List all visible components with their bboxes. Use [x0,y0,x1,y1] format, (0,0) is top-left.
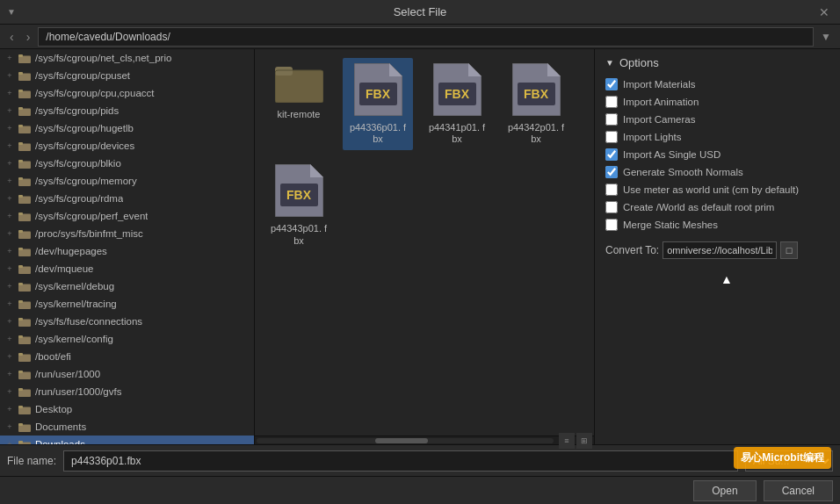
svg-rect-21 [18,230,23,233]
sidebar-item-label: Documents [35,421,86,432]
sidebar-item[interactable]: + /sys/fs/cgroup/devices [0,137,254,155]
options-list: Import MaterialsImport AnimationImport C… [605,78,829,231]
option-row-import_as_single_usd: Import As Single USD [605,148,829,161]
back-button[interactable]: ‹ [5,28,18,46]
sidebar-item[interactable]: + /sys/fs/cgroup/cpu,cpuacct [0,84,254,102]
expand-icon: + [4,298,16,310]
sidebar-item[interactable]: + /dev/hugepages [0,242,254,260]
sidebar-item[interactable]: + /sys/kernel/config [0,330,254,348]
option-label-generate_smooth_normals: Generate Smooth Normals [623,167,743,177]
svg-text:FBX: FBX [445,87,470,101]
fbx-file-icon: FBX [433,63,482,119]
sidebar-item-label: /sys/fs/cgroup/net_cls,net_prio [35,53,171,63]
checkbox-merge_static[interactable] [605,219,618,231]
svg-marker-52 [389,63,402,76]
checkbox-import_cameras[interactable] [605,113,618,126]
grid-view-icon[interactable]: ⊞ [576,433,592,449]
options-title: ▼ Options [605,56,829,69]
fbx-file-icon: FBX [275,164,323,220]
checkbox-import_lights[interactable] [605,131,618,143]
checkbox-import_as_single_usd[interactable] [605,148,618,161]
sidebar-item[interactable]: + /sys/fs/cgroup/blkio [0,155,254,172]
expand-icon: + [4,122,16,134]
file-label: p44343p01. fbx [269,223,329,246]
sidebar-item-label: /run/user/1000 [35,369,100,379]
sidebar-item-label: /sys/fs/fuse/connections [35,316,142,327]
file-item[interactable]: kit-remote [264,58,334,150]
svg-marker-64 [310,164,323,177]
option-row-import_cameras: Import Cameras [605,113,829,126]
svg-rect-15 [18,177,23,180]
filename-input[interactable] [63,450,738,472]
sidebar-item[interactable]: + /run/user/1000 [0,365,254,383]
sidebar-item[interactable]: + /sys/fs/cgroup/memory [0,172,254,190]
sidebar-item[interactable]: + /sys/kernel/debug [0,277,254,295]
sidebar-item[interactable]: + /sys/fs/fuse/connections [0,313,254,330]
sidebar-item[interactable]: + /sys/fs/cgroup/cpuset [0,67,254,84]
sidebar-item-label: /sys/kernel/debug [35,281,114,292]
sidebar-item[interactable]: + /boot/efi [0,348,254,365]
expand-icon: + [4,104,16,117]
convert-browse-button[interactable]: □ [780,241,798,259]
sidebar-item[interactable]: + /sys/kernel/tracing [0,295,254,313]
folder-icon [18,86,32,100]
sidebar-item[interactable]: + /run/user/1000/gvfs [0,383,254,400]
nav-dropdown-icon[interactable]: ▼ [817,29,835,45]
expand-icon: + [4,87,16,99]
folder-icon [18,402,32,416]
file-item[interactable]: FBX p44336p01. fbx [343,58,413,150]
sidebar-item[interactable]: + Downloads [0,436,254,444]
scroll-track[interactable] [257,438,554,443]
option-row-import_animation: Import Animation [605,96,829,108]
close-button[interactable]: ✕ [815,4,833,21]
svg-rect-43 [18,423,23,426]
file-item[interactable]: FBX p44343p01. fbx [264,159,334,251]
folder-icon [18,227,32,241]
fbx-file-icon: FBX [512,63,561,119]
open-button[interactable]: Open [693,480,756,501]
sidebar-item[interactable]: + /dev/mqueue [0,260,254,277]
sidebar-item-label: /sys/fs/cgroup/blkio [35,158,121,169]
checkbox-import_animation[interactable] [605,96,618,108]
sidebar-item[interactable]: + /sys/fs/cgroup/net_cls,net_prio [0,49,254,67]
checkbox-import_materials[interactable] [605,78,618,90]
sidebar-item[interactable]: + Desktop [0,400,254,418]
filename-label: File name: [7,455,56,467]
option-label-use_meter: Use meter as world unit (cm by default) [623,184,799,195]
sidebar-item[interactable]: + /sys/fs/cgroup/hugetlb [0,119,254,137]
browser-scrollbar[interactable]: ≡ ⊞ [255,436,594,444]
sidebar-item-label: /boot/efi [35,351,71,362]
forward-button[interactable]: › [22,28,35,46]
path-input[interactable] [38,27,814,47]
file-item[interactable]: FBX p44341p01. fbx [422,58,492,150]
option-label-import_as_single_usd: Import As Single USD [623,149,721,160]
checkbox-generate_smooth_normals[interactable] [605,166,618,178]
checkbox-use_meter[interactable] [605,184,618,196]
svg-rect-49 [275,67,293,76]
cancel-button[interactable]: Cancel [764,480,833,501]
folder-icon [18,332,32,346]
expand-icon: + [4,227,16,240]
list-view-icon[interactable]: ≡ [559,433,575,449]
sidebar-item-label: /run/user/1000/gvfs [35,386,121,397]
sidebar-item-label: /sys/fs/cgroup/perf_event [35,211,148,221]
file-label: kit-remote [278,109,321,120]
sidebar-item-label: /dev/mqueue [35,263,94,274]
sidebar-item[interactable]: + /sys/fs/cgroup/pids [0,102,254,119]
sidebar-item[interactable]: + /proc/sys/fs/binfmt_misc [0,225,254,242]
sidebar-item[interactable]: + /sys/fs/cgroup/perf_event [0,207,254,225]
main-area: + /sys/fs/cgroup/net_cls,net_prio+ /sys/… [0,49,840,444]
scroll-thumb[interactable] [375,438,428,443]
folder-icon [18,244,32,258]
file-item[interactable]: FBX p44342p01. fbx [501,58,571,150]
svg-rect-39 [18,388,23,391]
file-label: p44336p01. fbx [348,122,408,145]
option-label-merge_static: Merge Static Meshes [623,220,718,230]
sidebar-item[interactable]: + /sys/fs/cgroup/rdma [0,190,254,207]
convert-to-input[interactable] [663,241,777,259]
option-row-generate_smooth_normals: Generate Smooth Normals [605,166,829,178]
sidebar-item-label: Desktop [35,404,72,414]
folder-icon [18,437,32,444]
checkbox-create_world[interactable] [605,201,618,213]
sidebar-item[interactable]: + Documents [0,418,254,436]
